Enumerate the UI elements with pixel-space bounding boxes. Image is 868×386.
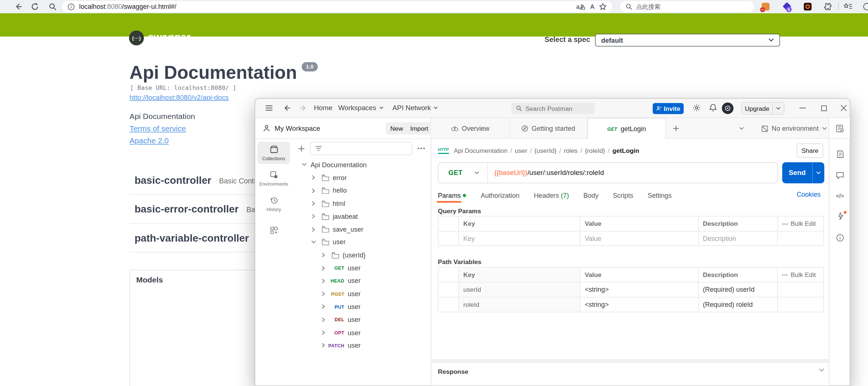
bulk-edit-button[interactable]: Bulk Edit <box>777 267 823 282</box>
nav-api-network[interactable]: API Network <box>392 104 438 112</box>
environment-quick-look[interactable] <box>829 118 850 139</box>
tab-overflow-chevron-icon[interactable] <box>739 127 744 131</box>
extension-eye-icon[interactable] <box>804 3 812 11</box>
info-icon[interactable] <box>836 234 844 242</box>
tree-folder[interactable]: javabeat <box>292 210 431 223</box>
controller-row[interactable]: path-variable-controller <box>134 232 249 244</box>
tab-settings[interactable]: Settings <box>648 192 672 199</box>
tree-request[interactable]: PATCH user <box>292 339 431 352</box>
tree-folder[interactable]: html <box>292 197 431 210</box>
comments-icon[interactable] <box>836 172 844 179</box>
value-input[interactable]: Value <box>580 232 698 246</box>
nav-workspaces[interactable]: Workspaces <box>338 104 384 112</box>
variable-key[interactable]: userId <box>458 283 580 297</box>
add-plus-icon[interactable] <box>298 145 305 152</box>
models-title[interactable]: Models <box>136 275 163 284</box>
variable-key[interactable]: roleId <box>458 297 580 312</box>
tab-headers[interactable]: Headers (7) <box>534 192 569 199</box>
tree-filter-input[interactable] <box>310 142 412 155</box>
variable-value[interactable]: <string> <box>580 283 698 297</box>
tree-request[interactable]: HEAD user <box>292 274 431 287</box>
terms-link[interactable]: Terms of service <box>130 124 186 133</box>
tab-body[interactable]: Body <box>583 192 598 199</box>
share-button[interactable]: Share <box>797 143 823 158</box>
tree-folder[interactable]: error <box>292 171 431 184</box>
invite-button[interactable]: Invite <box>653 103 684 114</box>
minimize-icon[interactable] <box>799 108 806 109</box>
spec-select[interactable]: default <box>595 34 780 47</box>
tab-getting-started[interactable]: Getting started <box>510 118 587 139</box>
tree-folder[interactable]: save_user <box>292 223 431 236</box>
tab-authorization[interactable]: Authorization <box>481 192 519 199</box>
browser-search-icon[interactable] <box>49 3 56 11</box>
avatar[interactable] <box>722 102 734 114</box>
extension-blocker-icon[interactable] <box>762 3 770 11</box>
method-select[interactable]: GET <box>438 169 487 177</box>
tree-collection-root[interactable]: Api Documentation <box>292 158 431 171</box>
profile-icon[interactable] <box>862 3 868 11</box>
close-icon[interactable] <box>840 105 847 111</box>
address-bar[interactable]: localhost:8080/swagger-ui.html#/ aあ A <box>62 1 612 12</box>
tree-request[interactable]: PUT user <box>292 300 431 313</box>
tree-request[interactable]: POST user <box>292 287 431 300</box>
variable-value[interactable]: <string> <box>580 297 698 312</box>
tab-overview[interactable]: Overview <box>431 118 510 139</box>
workspace-title[interactable]: My Workspace <box>274 124 320 132</box>
documentation-icon[interactable] <box>836 150 844 158</box>
postbot-spark-icon[interactable] <box>836 212 844 221</box>
notifications-bell-icon[interactable] <box>709 103 717 112</box>
new-tab-plus-icon[interactable] <box>673 125 679 132</box>
code-icon[interactable]: </> <box>836 193 844 199</box>
send-button[interactable]: Send <box>782 162 824 183</box>
tree-request[interactable]: GET user <box>292 262 431 274</box>
rail-environments[interactable]: Environments <box>258 167 290 189</box>
table-row[interactable]: userId <string> (Required) userId <box>438 282 823 297</box>
back-icon[interactable] <box>283 104 291 112</box>
tree-folder[interactable]: {userId} <box>292 249 431 262</box>
response-collapse-chevron-icon[interactable] <box>819 368 824 372</box>
read-aloud-icon[interactable]: A <box>590 3 595 10</box>
hamburger-menu-icon[interactable] <box>265 105 273 111</box>
tree-request[interactable]: OPT user <box>292 326 431 339</box>
forward-icon[interactable] <box>300 104 307 112</box>
favorites-list-icon[interactable] <box>844 3 853 11</box>
license-link[interactable]: Apache 2.0 <box>130 136 169 145</box>
site-info-icon[interactable] <box>67 3 75 10</box>
table-row[interactable]: Key Value Description <box>438 231 823 245</box>
bulk-edit-button[interactable]: Bulk Edit <box>777 217 823 231</box>
rail-history[interactable]: History <box>258 193 290 215</box>
tab-scripts[interactable]: Scripts <box>613 192 633 199</box>
tab-getlogin[interactable]: GET getLogin <box>587 118 666 140</box>
quick-search-box[interactable]: 点此搜索 <box>620 1 754 12</box>
more-ellipsis-icon[interactable] <box>417 147 425 150</box>
nav-home[interactable]: Home <box>314 104 332 112</box>
table-row[interactable]: roleId <string> (Required) roleId <box>438 297 823 312</box>
browser-back-icon[interactable] <box>14 3 22 11</box>
description-input[interactable]: Description <box>698 232 777 246</box>
new-button[interactable]: New <box>386 122 407 134</box>
variable-description[interactable]: (Required) userId <box>698 283 777 297</box>
tree-request[interactable]: DEL user <box>292 313 431 326</box>
import-button[interactable]: Import <box>406 122 433 134</box>
controller-row[interactable]: basic-controller Basic Controll <box>134 175 263 187</box>
cookies-link[interactable]: Cookies <box>797 190 820 198</box>
favorite-star-icon[interactable] <box>599 3 607 11</box>
controller-row[interactable]: basic-error-controller Basi <box>134 203 260 215</box>
postman-search-box[interactable]: Search Postman <box>511 102 594 114</box>
extensions-puzzle-icon[interactable] <box>824 3 832 11</box>
tree-folder[interactable]: hello <box>292 184 431 197</box>
settings-gear-icon[interactable] <box>693 103 701 112</box>
browser-reload-icon[interactable] <box>31 3 39 11</box>
url-input[interactable]: {{baseUrl}}/user/:userId/roles/:roleId <box>488 169 604 177</box>
maximize-icon[interactable] <box>821 105 827 112</box>
rail-more[interactable] <box>258 222 290 238</box>
rail-collections[interactable]: Collections <box>258 142 290 164</box>
key-input[interactable]: Key <box>458 232 580 246</box>
variable-description[interactable]: (Required) roleId <box>698 297 777 312</box>
section-divider[interactable] <box>431 359 829 363</box>
send-options-chevron-icon[interactable] <box>813 171 825 175</box>
tree-folder-expanded[interactable]: user <box>292 236 431 249</box>
upgrade-button[interactable]: Upgrade <box>741 102 784 115</box>
translate-icon[interactable]: aあ <box>576 3 586 11</box>
environment-selector[interactable]: No environment <box>757 118 827 139</box>
